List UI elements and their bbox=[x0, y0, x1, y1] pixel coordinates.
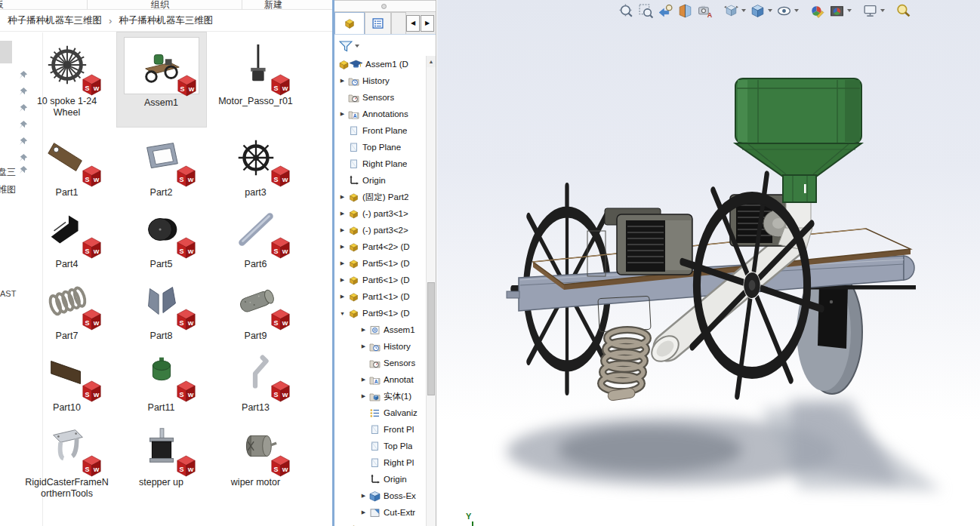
tab-property-manager[interactable] bbox=[365, 12, 392, 34]
tree-item-blank[interactable]: ▶ bbox=[336, 521, 426, 526]
tree-item-front-plane[interactable]: Front Plane bbox=[336, 122, 426, 139]
ribbon-group-clipped[interactable]: 板 bbox=[0, 0, 4, 11]
file-item-part11[interactable]: Part11 bbox=[117, 342, 206, 414]
tree-item-part9-1-d[interactable]: ▼ Part9<1> (D bbox=[336, 305, 426, 321]
breadcrumb-segment-1[interactable]: 种子播种机器车三维图 bbox=[8, 14, 102, 27]
tree-expander-icon[interactable]: ▶ bbox=[337, 194, 348, 200]
tree-item-top-pla[interactable]: Top Pla bbox=[336, 438, 426, 454]
tree-item-top-plane[interactable]: Top Plane bbox=[336, 139, 426, 155]
tree-item-sensors[interactable]: Sensors bbox=[336, 89, 426, 106]
tree-expander-icon[interactable]: ▶ bbox=[337, 111, 348, 117]
file-item-motor-passo-r01[interactable]: Motor_Passo_r01 bbox=[211, 32, 300, 127]
tree-expander-icon[interactable]: ▶ bbox=[358, 377, 369, 383]
tree-item-part4-2-d[interactable]: ▶ Part4<2> (D bbox=[336, 238, 426, 255]
file-item-part10[interactable]: Part10 bbox=[23, 342, 112, 414]
tree-item-icon bbox=[348, 308, 359, 319]
solidworks-file-badge-icon bbox=[270, 165, 291, 187]
splitter-grip-icon[interactable] bbox=[381, 4, 387, 9]
file-item-part9[interactable]: Part9 bbox=[211, 270, 300, 342]
nav-item-clipped[interactable]: 盘三 bbox=[0, 166, 16, 179]
tree-item-assem1[interactable]: ▶ Assem1 bbox=[336, 321, 426, 338]
file-item-assem1[interactable]: Assem1 bbox=[117, 32, 206, 127]
tree-expander-icon[interactable]: ▶ bbox=[358, 493, 369, 499]
ribbon-group-organize[interactable]: 组织 bbox=[151, 0, 169, 11]
file-item-stepper-up[interactable]: stepper up bbox=[117, 414, 206, 500]
filter-dropdown-caret-icon[interactable] bbox=[355, 45, 359, 48]
file-item-part5[interactable]: Part5 bbox=[117, 198, 206, 270]
solidworks-file-badge-icon bbox=[176, 455, 196, 477]
file-label: Part10 bbox=[53, 402, 81, 414]
tabs-scroll-left-button[interactable]: ◀ bbox=[406, 15, 420, 32]
file-item-part13[interactable]: Part13 bbox=[211, 342, 300, 414]
tree-item-history[interactable]: ▶ History bbox=[336, 338, 426, 355]
tree-expander-icon[interactable]: ▶ bbox=[337, 294, 348, 300]
ribbon-group-new[interactable]: 新建 bbox=[264, 0, 282, 11]
tree-expander-icon[interactable]: ▶ bbox=[337, 277, 348, 283]
file-thumbnail bbox=[124, 37, 199, 94]
tree-item-part3-1[interactable]: ▶ (-) part3<1> bbox=[336, 205, 426, 222]
panel-splitter[interactable] bbox=[334, 0, 436, 12]
file-item-part2[interactable]: Part2 bbox=[117, 127, 206, 198]
tree-item-label: Assem1 (D bbox=[365, 60, 408, 69]
tree-scrollbar[interactable]: ▲ bbox=[426, 56, 436, 526]
tabs-scroll-right-button[interactable]: ▶ bbox=[421, 15, 434, 32]
nav-item-clipped[interactable]: 维图 bbox=[0, 183, 16, 196]
file-grid: 10 spoke 1-24 Wheel Assem1 Motor_Passo_r… bbox=[20, 32, 304, 526]
tree-item-固定-part2[interactable]: ▶ (固定) Part2 bbox=[336, 189, 426, 205]
tab-feature-manager[interactable] bbox=[334, 12, 365, 34]
tree-item-origin[interactable]: Origin bbox=[336, 471, 426, 488]
file-item-part8[interactable]: Part8 bbox=[117, 270, 206, 342]
file-item-rigidcasterframenortherntools[interactable]: RigidCasterFrameNorthernTools bbox=[23, 414, 112, 500]
scrollbar-thumb[interactable] bbox=[427, 282, 435, 395]
tree-item-label: Sensors bbox=[384, 358, 415, 368]
file-item-part1[interactable]: Part1 bbox=[23, 127, 112, 198]
file-label: Part6 bbox=[245, 259, 267, 270]
tree-item-origin[interactable]: Origin bbox=[336, 172, 426, 189]
tree-expander-icon[interactable]: ▶ bbox=[337, 211, 348, 217]
tree-item-cut-extr[interactable]: ▶ Cut-Extr bbox=[336, 504, 426, 521]
tree-item-sensors[interactable]: Sensors bbox=[336, 355, 426, 371]
file-item-part6[interactable]: Part6 bbox=[211, 198, 300, 270]
tree-expander-icon[interactable]: ▶ bbox=[358, 343, 369, 349]
tree-item-实体-1[interactable]: ▶ 实体(1) bbox=[336, 388, 426, 404]
scrollbar-up-arrow[interactable]: ▲ bbox=[427, 56, 436, 67]
tree-expander-icon[interactable]: ▼ bbox=[337, 311, 348, 316]
file-label: Part1 bbox=[56, 187, 79, 198]
tree-item-part6-1-d[interactable]: ▶ Part6<1> (D bbox=[336, 272, 426, 288]
tree-item-annotat[interactable]: ▶ Annotat bbox=[336, 371, 426, 388]
graphics-viewport[interactable]: Y bbox=[437, 0, 980, 526]
file-item-part7[interactable]: Part7 bbox=[23, 270, 112, 342]
file-item-10-spoke-1-24-wheel[interactable]: 10 spoke 1-24 Wheel bbox=[23, 32, 112, 127]
nav-item-clipped[interactable]: AST bbox=[0, 289, 16, 298]
tree-item-part3-2[interactable]: ▶ (-) part3<2> bbox=[336, 222, 426, 238]
tree-expander-icon[interactable]: ▶ bbox=[358, 327, 369, 333]
file-thumbnail bbox=[31, 346, 103, 399]
tree-item-part5-1-d[interactable]: ▶ Part5<1> (D bbox=[336, 255, 426, 272]
file-item-wiper-motor[interactable]: wiper motor bbox=[211, 414, 300, 500]
tree-item-right-pl[interactable]: Right Pl bbox=[336, 454, 426, 471]
tree-item-right-plane[interactable]: Right Plane bbox=[336, 155, 426, 172]
tree-filter[interactable] bbox=[334, 35, 436, 56]
tree-item-icon bbox=[348, 241, 359, 253]
breadcrumb-segment-2[interactable]: 种子播种机器车三维图 bbox=[119, 14, 213, 27]
tree-item-assem1-d[interactable]: Assem1 (D bbox=[336, 56, 426, 72]
file-item-part4[interactable]: Part4 bbox=[23, 198, 112, 270]
tree-expander-icon[interactable]: ▶ bbox=[337, 227, 348, 233]
tree-item-label: Front Plane bbox=[362, 126, 407, 135]
tree-expander-icon[interactable]: ▶ bbox=[337, 78, 348, 84]
file-item-part3[interactable]: part3 bbox=[211, 127, 300, 198]
tree-item-icon bbox=[348, 524, 359, 526]
file-label: Part11 bbox=[148, 402, 175, 414]
tab-configuration-manager[interactable] bbox=[391, 12, 406, 34]
tree-item-annotations[interactable]: ▶ Annotations bbox=[336, 106, 426, 122]
tree-expander-icon[interactable]: ▶ bbox=[337, 244, 348, 250]
tree-item-galvaniz[interactable]: Galvaniz bbox=[336, 404, 426, 421]
tree-expander-icon[interactable]: ▶ bbox=[358, 509, 369, 515]
tree-item-part1-1-d[interactable]: ▶ Part1<1> (D bbox=[336, 288, 426, 305]
tree-item-front-pl[interactable]: Front Pl bbox=[336, 421, 426, 438]
tree-item-boss-ex[interactable]: ▶ Boss-Ex bbox=[336, 488, 426, 504]
tree-expander-icon[interactable]: ▶ bbox=[337, 260, 348, 266]
tree-item-history[interactable]: ▶ History bbox=[336, 72, 426, 89]
file-label: Part8 bbox=[150, 331, 173, 342]
tree-expander-icon[interactable]: ▶ bbox=[358, 393, 369, 399]
